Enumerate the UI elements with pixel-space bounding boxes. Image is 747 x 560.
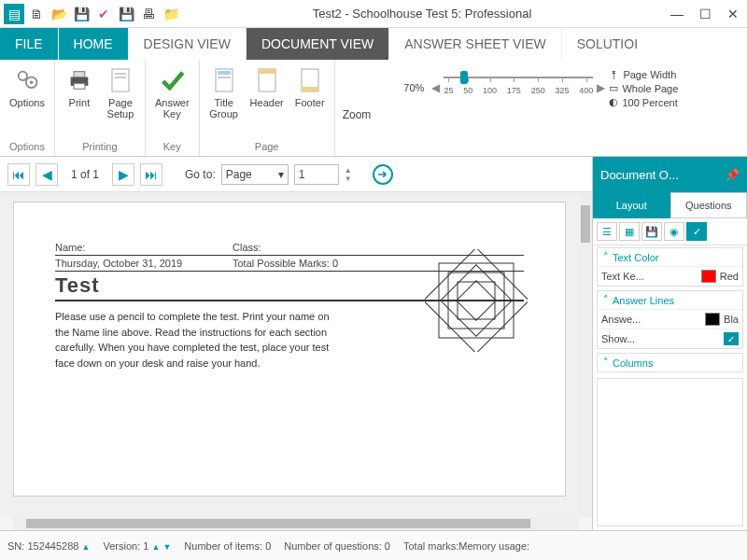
tab-design[interactable]: DESIGN VIEW xyxy=(129,28,247,60)
first-page-button[interactable]: ⏮ xyxy=(7,163,30,186)
ribbon-group-options: Options Options xyxy=(0,60,55,156)
zoom-right-arrow[interactable]: ▶ xyxy=(597,81,605,94)
svg-point-2 xyxy=(30,81,33,85)
header-button[interactable]: Header xyxy=(247,63,288,110)
tab-solution[interactable]: SOLUTIOI xyxy=(562,28,653,60)
options-button[interactable]: Options xyxy=(6,63,49,110)
section-text-color: ˄Text Color Text Ke... Red xyxy=(597,247,743,287)
zoom-tick: 250 xyxy=(531,86,545,95)
zoom-presets: ⭱Page Width ▭Whole Page ◐100 Percent xyxy=(609,67,678,108)
section-answer-lines-header[interactable]: ˄Answer Lines xyxy=(598,291,742,309)
side-tool-grid[interactable]: ▦ xyxy=(619,222,640,241)
next-page-button[interactable]: ▶ xyxy=(112,163,134,186)
ribbon-group-printing: Print Page Setup Printing xyxy=(55,60,146,156)
svg-rect-10 xyxy=(218,71,231,75)
prop-text-key-label: Text Ke... xyxy=(601,271,698,282)
document-scroll: Name: Class: Thursday, October 31, 2019 … xyxy=(0,192,592,517)
page-setup-button[interactable]: Page Setup xyxy=(102,63,139,121)
hscroll-thumb[interactable] xyxy=(26,519,530,528)
section-text-color-header[interactable]: ˄Text Color xyxy=(598,248,742,266)
app-icon[interactable]: ▤ xyxy=(4,4,24,24)
document-page: Name: Class: Thursday, October 31, 2019 … xyxy=(13,202,566,497)
page-indicator: 1 of 1 xyxy=(63,168,106,181)
side-tool-save[interactable]: 💾 xyxy=(641,222,662,241)
date-value: Thursday, October 31, 2019 xyxy=(55,258,233,269)
svg-rect-4 xyxy=(74,72,85,77)
maximize-icon[interactable]: ☐ xyxy=(691,0,719,28)
footer-button[interactable]: Footer xyxy=(291,63,329,110)
class-label: Class: xyxy=(233,242,261,253)
goto-number-input[interactable]: 1 xyxy=(294,164,339,185)
new-icon[interactable]: 🗎 xyxy=(26,4,47,24)
check-icon[interactable]: ✔ xyxy=(93,4,114,24)
title-group-button[interactable]: Title Group xyxy=(205,63,243,121)
prop-show-label: Show... xyxy=(601,333,720,344)
answer-key-button[interactable]: Answer Key xyxy=(151,63,193,121)
page-nav-bar: ⏮ ◀ 1 of 1 ▶ ⏭ Go to: Page▾ 1 ▲▼ ➜ xyxy=(0,157,592,192)
goto-go-button[interactable]: ➜ xyxy=(373,164,393,185)
open-icon[interactable]: 📂 xyxy=(49,4,69,24)
tab-home[interactable]: HOME xyxy=(59,28,129,60)
zoom-100-label: 100 Percent xyxy=(622,97,677,108)
quick-access-toolbar: ▤ 🗎 📂 💾 ✔ 💾 🖶 📁 xyxy=(0,4,181,24)
save2-icon[interactable]: 💾 xyxy=(116,4,136,24)
window-title: Test2 - Schoolhouse Test 5: Professional xyxy=(181,7,663,21)
side-preview-area xyxy=(597,378,743,526)
side-tab-layout[interactable]: Layout xyxy=(593,192,670,218)
up-arrow-icon[interactable]: ▲ xyxy=(151,542,160,552)
options-group-label: Options xyxy=(6,139,49,154)
pin-icon[interactable]: 📌 xyxy=(725,168,740,182)
tab-file[interactable]: FILE xyxy=(0,28,59,60)
close-icon[interactable]: ✕ xyxy=(719,0,747,28)
vertical-scrollbar[interactable] xyxy=(579,192,592,517)
down-arrow-icon[interactable]: ▼ xyxy=(162,542,171,552)
spinner-down-icon[interactable]: ▼ xyxy=(345,175,352,183)
save-icon[interactable]: 💾 xyxy=(71,4,92,24)
zoom-100-percent[interactable]: ◐100 Percent xyxy=(609,96,678,108)
section-answer-lines: ˄Answer Lines Answe... Bla Show... ✓ xyxy=(597,290,743,349)
print-icon[interactable]: 🖶 xyxy=(138,4,159,24)
goto-select-value: Page xyxy=(226,168,252,181)
spinner-up-icon[interactable]: ▲ xyxy=(345,166,352,175)
prop-show[interactable]: Show... ✓ xyxy=(598,329,742,348)
status-items: Number of items: 0 xyxy=(184,540,271,552)
zoom-page-width[interactable]: ⭱Page Width xyxy=(609,69,678,80)
answer-key-label1: Answer xyxy=(155,97,190,108)
chevron-down-icon: ▾ xyxy=(278,168,284,181)
prop-answer-color[interactable]: Answe... Bla xyxy=(598,309,742,329)
side-tool-check[interactable]: ✓ xyxy=(686,222,707,241)
section-columns-header[interactable]: ˄Columns xyxy=(598,354,742,371)
zoom-tick: 400 xyxy=(579,86,593,95)
title-bar: ▤ 🗎 📂 💾 ✔ 💾 🖶 📁 Test2 - Schoolhouse Test… xyxy=(0,0,747,28)
zoom-tick: 175 xyxy=(507,86,521,95)
zoom-percentage: 70% xyxy=(403,82,424,93)
test-instructions: Please use a pencil to complete the test… xyxy=(55,301,335,371)
svg-rect-6 xyxy=(112,69,129,91)
zoom-whole-page[interactable]: ▭Whole Page xyxy=(609,82,678,94)
tab-document[interactable]: DOCUMENT VIEW xyxy=(247,28,389,60)
page-setup-label1: Page xyxy=(108,97,133,108)
checkbox-checked-icon[interactable]: ✓ xyxy=(724,332,739,345)
svg-rect-8 xyxy=(115,77,126,78)
tab-answer-sheet[interactable]: ANSWER SHEET VIEW xyxy=(389,28,561,60)
key-group-label: Key xyxy=(151,139,193,154)
folder-icon[interactable]: 📁 xyxy=(161,4,181,24)
horizontal-scrollbar[interactable] xyxy=(13,517,579,530)
side-tool-list[interactable]: ☰ xyxy=(597,222,617,241)
prev-page-button[interactable]: ◀ xyxy=(35,163,58,186)
zoom-slider[interactable]: 25 50 100 175 250 325 400 xyxy=(444,69,593,106)
svg-rect-18 xyxy=(458,282,495,319)
print-button[interactable]: Print xyxy=(61,63,98,110)
vscroll-thumb[interactable] xyxy=(581,205,590,243)
goto-select[interactable]: Page▾ xyxy=(221,164,289,185)
up-arrow-icon[interactable]: ▲ xyxy=(82,542,91,552)
zoom-left-arrow[interactable]: ◀ xyxy=(431,81,440,94)
prop-answer-label: Answe... xyxy=(601,314,701,325)
minimize-icon[interactable]: — xyxy=(663,0,691,28)
side-tool-refresh[interactable]: ◉ xyxy=(664,222,684,241)
last-page-button[interactable]: ⏭ xyxy=(140,163,162,186)
zoom-tick: 25 xyxy=(444,86,453,95)
prop-text-key[interactable]: Text Ke... Red xyxy=(598,266,742,286)
footer-icon xyxy=(295,65,325,95)
side-tab-questions[interactable]: Questions xyxy=(670,192,748,218)
